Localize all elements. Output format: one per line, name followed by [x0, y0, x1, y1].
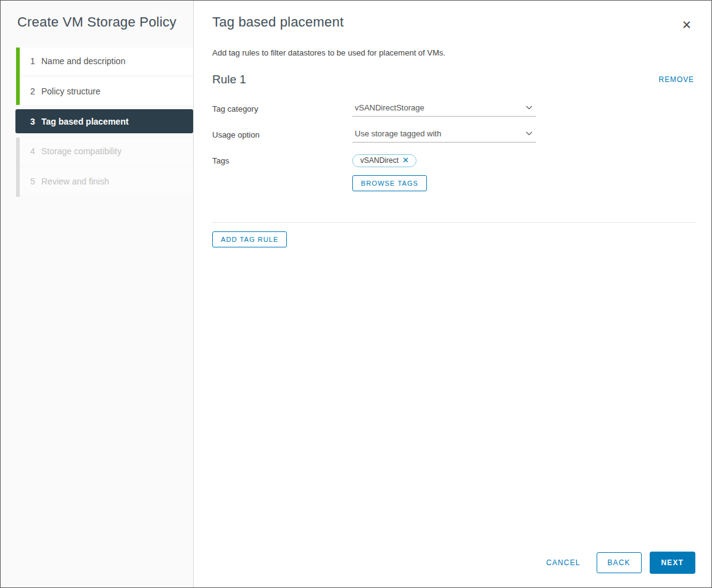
tag-category-value: vSANDirectStorage	[355, 103, 424, 112]
usage-option-label: Usage option	[212, 128, 352, 139]
step-number: 1	[30, 56, 41, 66]
wizard-step-policy-structure[interactable]: 2 Policy structure	[20, 78, 193, 105]
chevron-down-icon	[526, 106, 532, 110]
step-number: 2	[30, 86, 41, 96]
rule-header: Rule 1 REMOVE	[212, 73, 695, 86]
step-label: Name and description	[41, 56, 125, 66]
wizard-step-tag-based-placement[interactable]: 3 Tag based placement	[15, 109, 193, 133]
tags-field: vSANDirect ✕ BROWSE TAGS	[352, 154, 427, 191]
add-tag-rule-button[interactable]: ADD TAG RULE	[212, 231, 287, 247]
close-icon[interactable]: ✕	[678, 17, 695, 33]
usage-option-select[interactable]: Use storage tagged with	[352, 128, 536, 143]
page-title: Tag based placement	[212, 14, 344, 30]
tag-chip: vSANDirect ✕	[352, 154, 416, 167]
step-number: 5	[30, 176, 41, 186]
step-number: 4	[30, 146, 41, 156]
usage-option-row: Usage option Use storage tagged with	[212, 128, 695, 143]
wizard-step-name-and-description[interactable]: 1 Name and description	[20, 48, 193, 75]
step-label: Policy structure	[41, 86, 101, 96]
step-label: Tag based placement	[41, 117, 128, 126]
step-label: Storage compatibility	[41, 146, 122, 156]
remove-tag-icon[interactable]: ✕	[402, 157, 410, 164]
rule-title: Rule 1	[212, 73, 246, 86]
chevron-down-icon	[526, 131, 532, 136]
wizard-footer: CANCEL BACK NEXT	[545, 552, 695, 574]
usage-option-value: Use storage tagged with	[355, 129, 441, 138]
back-button[interactable]: BACK	[597, 552, 642, 573]
dialog-title: Create VM Storage Policy	[17, 14, 176, 30]
wizard-page-content: Tag based placement ✕ Add tag rules to f…	[194, 1, 711, 587]
rule-section: Rule 1 REMOVE Tag category vSANDirectSto…	[212, 73, 695, 191]
tag-category-select[interactable]: vSANDirectStorage	[352, 102, 536, 117]
tags-row: Tags vSANDirect ✕ BROWSE TAGS	[212, 154, 695, 191]
wizard-step-review-and-finish: 5 Review and finish	[20, 168, 193, 195]
browse-tags-button[interactable]: BROWSE TAGS	[352, 175, 427, 191]
rule-divider	[212, 222, 695, 223]
create-vm-storage-policy-dialog: Create VM Storage Policy 1 Name and desc…	[0, 0, 712, 588]
page-description: Add tag rules to filter datastores to be…	[212, 48, 695, 57]
wizard-sidebar: Create VM Storage Policy 1 Name and desc…	[1, 1, 194, 587]
page-header: Tag based placement ✕	[212, 14, 695, 33]
rule-form: Tag category vSANDirectStorage Usage opt…	[212, 102, 695, 191]
next-button[interactable]: NEXT	[650, 552, 695, 574]
tag-category-row: Tag category vSANDirectStorage	[212, 102, 695, 117]
tag-category-label: Tag category	[212, 102, 352, 114]
step-label: Review and finish	[41, 176, 109, 186]
tags-label: Tags	[212, 154, 352, 165]
remove-rule-link[interactable]: REMOVE	[658, 73, 695, 86]
tag-chip-label: vSANDirect	[360, 156, 399, 165]
wizard-step-storage-compatibility: 4 Storage compatibility	[20, 138, 193, 165]
step-number: 3	[30, 117, 41, 126]
cancel-button[interactable]: CANCEL	[545, 555, 581, 571]
